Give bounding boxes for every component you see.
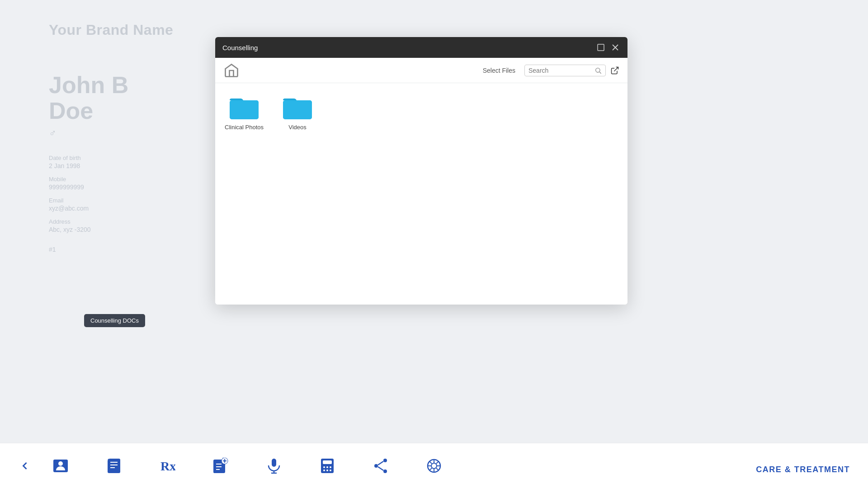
svg-line-53	[429, 468, 432, 471]
share-button[interactable]	[370, 455, 392, 477]
svg-line-5	[614, 67, 618, 71]
dialog-toolbar: Select Files	[215, 58, 627, 83]
dialog-content: Clinical Photos Videos	[215, 83, 627, 305]
nav-icons: Rx	[50, 455, 854, 477]
home-button[interactable]	[223, 62, 240, 79]
folder-videos[interactable]: Videos	[278, 94, 317, 131]
svg-line-4	[599, 72, 601, 74]
maximize-button[interactable]	[596, 42, 606, 52]
svg-rect-28	[272, 459, 276, 467]
patient-gender-icon: ♂	[49, 127, 128, 139]
patient-name: John B Doe	[49, 72, 128, 124]
search-input[interactable]	[528, 67, 592, 74]
email-value: xyz@abc.com	[49, 205, 128, 212]
mobile-label: Mobile	[49, 176, 128, 183]
svg-text:Rx: Rx	[160, 459, 175, 473]
counselling-docs-tooltip: Counselling DOCs	[84, 314, 145, 327]
back-button[interactable]	[14, 455, 36, 477]
svg-point-38	[330, 469, 331, 471]
svg-rect-32	[323, 460, 332, 464]
patient-panel: John B Doe ♂ Date of birth 2 Jan 1998 Mo…	[49, 72, 128, 253]
folder-clinical-photos[interactable]: Clinical Photos	[224, 94, 264, 131]
address-value: Abc, xyz -3200	[49, 226, 128, 233]
camera-button[interactable]	[423, 455, 445, 477]
svg-line-50	[429, 461, 432, 464]
patient-id: #1	[49, 246, 128, 253]
svg-rect-12	[108, 459, 120, 473]
svg-point-33	[323, 466, 325, 468]
address-label: Address	[49, 218, 128, 225]
close-button[interactable]	[610, 42, 620, 52]
svg-line-42	[378, 461, 383, 465]
dialog-controls	[596, 42, 620, 52]
svg-point-41	[383, 469, 387, 473]
select-files-button[interactable]: Select Files	[483, 67, 515, 74]
counselling-docs-button[interactable]	[103, 455, 125, 477]
dialog-titlebar: Counselling	[215, 37, 627, 58]
brand-name: Your Brand Name	[49, 22, 173, 38]
email-label: Email	[49, 197, 128, 204]
svg-point-35	[330, 466, 331, 468]
svg-line-51	[436, 468, 439, 471]
svg-point-3	[596, 68, 600, 72]
folder-label-videos: Videos	[288, 124, 307, 131]
microphone-button[interactable]	[263, 455, 285, 477]
rx-button[interactable]: Rx	[156, 455, 178, 477]
svg-point-45	[431, 463, 437, 469]
svg-point-34	[326, 466, 328, 468]
dialog-title: Counselling	[222, 44, 258, 52]
calculator-button[interactable]	[316, 455, 338, 477]
add-notes-button[interactable]	[210, 455, 231, 477]
svg-point-40	[374, 464, 378, 468]
patient-icon-button[interactable]	[50, 455, 71, 477]
dob-label: Date of birth	[49, 155, 128, 161]
care-treatment-label: CARE & TREATMENT	[756, 465, 850, 474]
svg-point-39	[383, 459, 387, 462]
svg-line-43	[378, 467, 383, 470]
svg-line-52	[436, 461, 439, 464]
mobile-value: 9999999999	[49, 183, 128, 191]
svg-point-11	[58, 461, 63, 466]
svg-rect-9	[283, 100, 312, 119]
folder-icon-videos	[282, 94, 313, 120]
external-link-button[interactable]	[610, 66, 619, 75]
dob-value: 2 Jan 1998	[49, 162, 128, 169]
svg-rect-7	[230, 100, 259, 119]
svg-rect-0	[598, 44, 604, 51]
folder-label-clinical-photos: Clinical Photos	[225, 124, 264, 131]
counselling-dialog: Counselling Select Files	[215, 37, 627, 305]
search-icon	[594, 67, 602, 74]
folder-icon-clinical-photos	[229, 94, 259, 120]
search-box	[524, 65, 606, 76]
svg-point-36	[323, 469, 325, 471]
bottom-nav: Rx	[0, 443, 868, 488]
svg-point-37	[326, 469, 328, 471]
